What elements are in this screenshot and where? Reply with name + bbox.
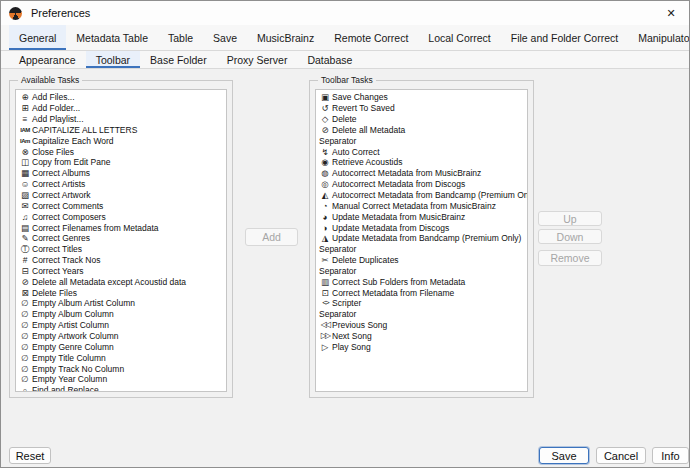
task-item-delete[interactable]: ◇Delete — [318, 114, 527, 125]
play-song-icon: ▷ — [318, 342, 332, 352]
task-item-label: Previous Song — [332, 320, 387, 330]
task-item-auto-correct[interactable]: ↯Auto Correct — [318, 146, 527, 157]
task-item-empty-album-artist-column[interactable]: ∅Empty Album Artist Column — [18, 298, 226, 309]
task-item-capitalize-each-word[interactable]: IAmCapitalize Each Word — [18, 135, 226, 146]
task-item-scripter[interactable]: <>Scripter — [318, 298, 527, 309]
task-item-copy-from-edit-pane[interactable]: ◫Copy from Edit Pane — [18, 157, 226, 168]
correct-composers-icon: ♫ — [18, 212, 32, 222]
available-tasks-list[interactable]: ⊕Add Files...⊞Add Folder...≡Add Playlist… — [15, 89, 227, 392]
task-item-find-and-replace[interactable]: ⌕Find and Replace — [18, 385, 226, 392]
task-item-revert-to-saved[interactable]: ↺Revert To Saved — [318, 103, 527, 114]
task-item-correct-albums[interactable]: ▦Correct Albums — [18, 168, 226, 179]
tab-database[interactable]: Database — [297, 51, 362, 68]
tab-musicbrainz[interactable]: MusicBrainz — [247, 25, 324, 50]
tab-base-folder[interactable]: Base Folder — [140, 51, 217, 68]
task-item-empty-artist-column[interactable]: ∅Empty Artist Column — [18, 320, 226, 331]
info-button[interactable]: Info — [652, 447, 689, 464]
task-item-add-folder[interactable]: ⊞Add Folder... — [18, 103, 226, 114]
tab-save[interactable]: Save — [203, 25, 247, 50]
separator-item[interactable]: Separator — [318, 266, 527, 277]
task-item-correct-genres[interactable]: ✎Correct Genres — [18, 233, 226, 244]
remove-button[interactable]: Remove — [538, 250, 602, 266]
task-item-label: Save Changes — [332, 92, 388, 102]
task-item-label: Autocorrect Metadata from MusicBrainz — [332, 168, 481, 178]
task-item-update-metadata-from-discogs[interactable]: ◑Update Metadata from Discogs — [318, 222, 527, 233]
tab-appearance[interactable]: Appearance — [9, 51, 86, 68]
tab-general[interactable]: General — [9, 25, 66, 50]
task-item-label: Add Folder... — [32, 103, 80, 113]
tab-remote-correct[interactable]: Remote Correct — [324, 25, 418, 50]
up-button[interactable]: Up — [538, 211, 602, 226]
save-button[interactable]: Save — [539, 447, 589, 464]
task-item-add-files[interactable]: ⊕Add Files... — [18, 92, 226, 103]
task-item-label: Update Metadata from Discogs — [332, 223, 449, 233]
cancel-button[interactable]: Cancel — [596, 447, 646, 464]
task-item-label: Correct Track Nos — [32, 255, 101, 265]
correct-track-nos-icon: # — [18, 255, 32, 265]
toolbar-tasks-list[interactable]: ▣Save Changes↺Revert To Saved◇Delete⊘Del… — [315, 89, 528, 392]
empty-track-no-column-icon: ∅ — [18, 364, 32, 374]
task-item-empty-artwork-column[interactable]: ∅Empty Artwork Column — [18, 331, 226, 342]
task-item-add-playlist[interactable]: ≡Add Playlist... — [18, 114, 226, 125]
task-item-label: Update Metadata from Bandcamp (Premium O… — [332, 233, 521, 243]
task-item-empty-genre-column[interactable]: ∅Empty Genre Column — [18, 341, 226, 352]
task-item-retrieve-acoustids[interactable]: ◉Retrieve Acoustids — [318, 157, 527, 168]
task-item-autocorrect-metadata-from-bandcamp-premium-only[interactable]: ◭Autocorrect Metadata from Bandcamp (Pre… — [318, 190, 527, 201]
task-item-empty-title-column[interactable]: ∅Empty Title Column — [18, 352, 226, 363]
task-item-empty-album-column[interactable]: ∅Empty Album Column — [18, 309, 226, 320]
task-item-label: Correct Sub Folders from Metadata — [332, 277, 465, 287]
task-item-correct-titles[interactable]: ⓉCorrect Titles — [18, 244, 226, 255]
task-item-next-song[interactable]: ▷▷Next Song — [318, 331, 527, 342]
task-item-empty-track-no-column[interactable]: ∅Empty Track No Column — [18, 363, 226, 374]
task-item-correct-sub-folders-from-metadata[interactable]: ▥Correct Sub Folders from Metadata — [318, 276, 527, 287]
tab-metadata-table[interactable]: Metadata Table — [66, 25, 158, 50]
task-item-update-metadata-from-bandcamp-premium-only[interactable]: ◮Update Metadata from Bandcamp (Premium … — [318, 233, 527, 244]
task-item-correct-composers[interactable]: ♫Correct Composers — [18, 211, 226, 222]
task-item-empty-year-column[interactable]: ∅Empty Year Column — [18, 374, 226, 385]
add-button[interactable]: Add — [245, 228, 298, 246]
task-item-previous-song[interactable]: ◁◁Previous Song — [318, 320, 527, 331]
task-item-delete-duplicates[interactable]: ✂Delete Duplicates — [318, 255, 527, 266]
task-item-delete-files[interactable]: ⊠Delete Files — [18, 287, 226, 298]
separator-item[interactable]: Separator — [318, 135, 527, 146]
task-item-correct-comments[interactable]: ✉Correct Comments — [18, 200, 226, 211]
task-item-label: Update Metadata from MusicBrainz — [332, 212, 465, 222]
task-item-manual-correct-metadata-from-musicbrainz[interactable]: ◔Manual Correct Metadata from MusicBrain… — [318, 200, 527, 211]
separator-item[interactable]: Separator — [318, 309, 527, 320]
tab-table[interactable]: Table — [158, 25, 203, 50]
task-item-label: Next Song — [332, 331, 372, 341]
task-item-play-song[interactable]: ▷Play Song — [318, 341, 527, 352]
task-item-update-metadata-from-musicbrainz[interactable]: ◕Update Metadata from MusicBrainz — [318, 211, 527, 222]
reset-button[interactable]: Reset — [9, 447, 51, 464]
task-item-correct-metadata-from-filename[interactable]: ⊡Correct Metadata from Filename — [318, 287, 527, 298]
task-item-capitalize-all-letters[interactable]: IAMCAPITALIZE ALL LETTERS — [18, 125, 226, 136]
separator-item[interactable]: Separator — [318, 244, 527, 255]
tab-local-correct[interactable]: Local Correct — [418, 25, 500, 50]
close-icon[interactable]: ✕ — [653, 1, 689, 25]
tab-toolbar[interactable]: Toolbar — [86, 51, 140, 68]
task-item-save-changes[interactable]: ▣Save Changes — [318, 92, 527, 103]
task-item-delete-all-metadata-except-acoustid-data[interactable]: ⊘Delete all Metadata except Acoustid dat… — [18, 276, 226, 287]
auto-correct-icon: ↯ — [318, 147, 332, 157]
correct-genres-icon: ✎ — [18, 233, 32, 243]
task-item-correct-years[interactable]: ⊟Correct Years — [18, 266, 226, 277]
toolbar-tasks-group: Toolbar Tasks ▣Save Changes↺Revert To Sa… — [309, 80, 534, 398]
down-button[interactable]: Down — [538, 229, 602, 244]
task-item-close-files[interactable]: ⊗Close Files — [18, 146, 226, 157]
task-item-correct-artists[interactable]: ☺Correct Artists — [18, 179, 226, 190]
task-item-autocorrect-metadata-from-musicbrainz[interactable]: ◍Autocorrect Metadata from MusicBrainz — [318, 168, 527, 179]
task-item-correct-track-nos[interactable]: #Correct Track Nos — [18, 255, 226, 266]
tab-manipulators[interactable]: Manipulators — [628, 25, 690, 50]
manual-correct-musicbrainz-icon: ◔ — [318, 201, 332, 211]
task-item-label: Separator — [319, 266, 356, 276]
task-item-correct-artwork[interactable]: ▨Correct Artwork — [18, 190, 226, 201]
task-item-delete-all-metadata[interactable]: ⊘Delete all Metadata — [318, 125, 527, 136]
correct-titles-icon: Ⓣ — [18, 244, 32, 254]
task-item-label: Correct Genres — [32, 233, 90, 243]
task-item-label: Correct Albums — [32, 168, 90, 178]
tab-proxy-server[interactable]: Proxy Server — [217, 51, 298, 68]
autocorrect-discogs-icon: ◎ — [318, 179, 332, 189]
task-item-autocorrect-metadata-from-discogs[interactable]: ◎Autocorrect Metadata from Discogs — [318, 179, 527, 190]
tab-file-and-folder-correct[interactable]: File and Folder Correct — [501, 25, 628, 50]
task-item-correct-filenames-from-metadata[interactable]: ▤Correct Filenames from Metadata — [18, 222, 226, 233]
